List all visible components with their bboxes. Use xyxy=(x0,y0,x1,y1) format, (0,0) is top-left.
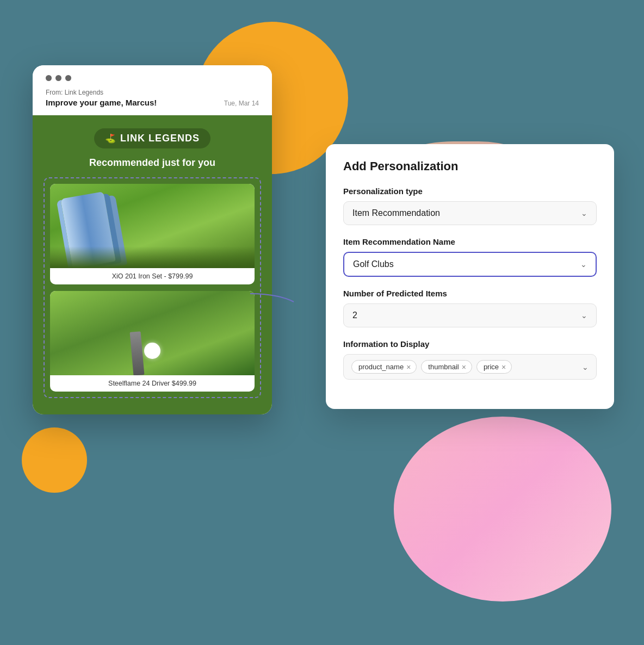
tag-thumbnail[interactable]: thumbnail × xyxy=(421,360,472,374)
email-preview-card: From: Link Legends Improve your game, Ma… xyxy=(33,65,272,414)
blob-pink xyxy=(394,417,611,601)
select-predicted-items[interactable]: 2 ⌄ xyxy=(343,303,597,327)
dot-3 xyxy=(65,75,71,81)
product-name-1: XiO 201 Iron Set - $799.99 xyxy=(50,268,255,284)
window-dots xyxy=(46,75,259,81)
email-from: From: Link Legends xyxy=(46,89,259,96)
field-group-name: Item Recommendation Name Golf Clubs ⌄ xyxy=(343,237,597,277)
blob-orange-bottom-left xyxy=(22,427,87,493)
tags-field-display[interactable]: product_name × thumbnail × price × ⌄ xyxy=(343,354,597,380)
tag-thumbnail-label: thumbnail xyxy=(428,363,459,371)
connector-line xyxy=(250,283,294,284)
brand-name: LINK LEGENDS xyxy=(120,133,200,144)
field-group-display: Information to Display product_name × th… xyxy=(343,339,597,380)
email-subject-row: Improve your game, Marcus! Tue, Mar 14 xyxy=(46,98,259,107)
email-subject: Improve your game, Marcus! xyxy=(46,98,157,107)
product-image-1 xyxy=(50,184,255,268)
brand-badge: ⛳ LINK LEGENDS xyxy=(94,128,210,148)
product-item-1: XiO 201 Iron Set - $799.99 xyxy=(50,184,255,284)
field-label-name: Item Recommendation Name xyxy=(343,237,597,246)
chevron-down-icon-tags: ⌄ xyxy=(582,363,589,371)
panel-title: Add Personalization xyxy=(343,159,597,173)
golf-clubs-image xyxy=(50,184,255,268)
field-label-count: Number of Predicted Items xyxy=(343,289,597,298)
select-type-value: Item Recommendation xyxy=(352,208,440,218)
select-personalization-type[interactable]: Item Recommendation ⌄ xyxy=(343,201,597,225)
email-headline: Recommended just for you xyxy=(44,157,261,169)
email-header: From: Link Legends Improve your game, Ma… xyxy=(33,65,272,115)
email-date: Tue, Mar 14 xyxy=(224,100,259,107)
tag-product-name-close[interactable]: × xyxy=(406,363,411,371)
dot-1 xyxy=(46,75,52,81)
select-count-value: 2 xyxy=(352,311,357,320)
products-dashed-container: XiO 201 Iron Set - $799.99 Steelflame 24… xyxy=(44,177,261,398)
select-name-value: Golf Clubs xyxy=(353,259,394,269)
field-group-type: Personalization type Item Recommendation… xyxy=(343,187,597,225)
select-recommendation-name[interactable]: Golf Clubs ⌄ xyxy=(343,252,597,277)
chevron-down-icon-type: ⌄ xyxy=(581,209,587,218)
product-image-2 xyxy=(50,291,255,375)
brand-icon: ⛳ xyxy=(105,133,116,144)
field-label-display: Information to Display xyxy=(343,339,597,349)
chevron-down-icon-count: ⌄ xyxy=(581,311,587,320)
product-name-2: Steelflame 24 Driver $499.99 xyxy=(50,375,255,392)
field-label-type: Personalization type xyxy=(343,187,597,196)
product-item-2: Steelflame 24 Driver $499.99 xyxy=(50,291,255,392)
tag-thumbnail-close[interactable]: × xyxy=(462,363,466,371)
chevron-down-icon-name: ⌄ xyxy=(580,260,587,269)
tag-price[interactable]: price × xyxy=(476,360,512,374)
dot-2 xyxy=(55,75,61,81)
email-body: ⛳ LINK LEGENDS Recommended just for you … xyxy=(33,115,272,414)
driver-image xyxy=(50,291,255,375)
tag-product-name[interactable]: product_name × xyxy=(351,360,417,374)
personalization-panel: Add Personalization Personalization type… xyxy=(326,144,614,409)
tag-product-name-label: product_name xyxy=(358,363,404,371)
field-group-count: Number of Predicted Items 2 ⌄ xyxy=(343,289,597,327)
tag-price-close[interactable]: × xyxy=(501,363,506,371)
tag-price-label: price xyxy=(484,363,499,371)
